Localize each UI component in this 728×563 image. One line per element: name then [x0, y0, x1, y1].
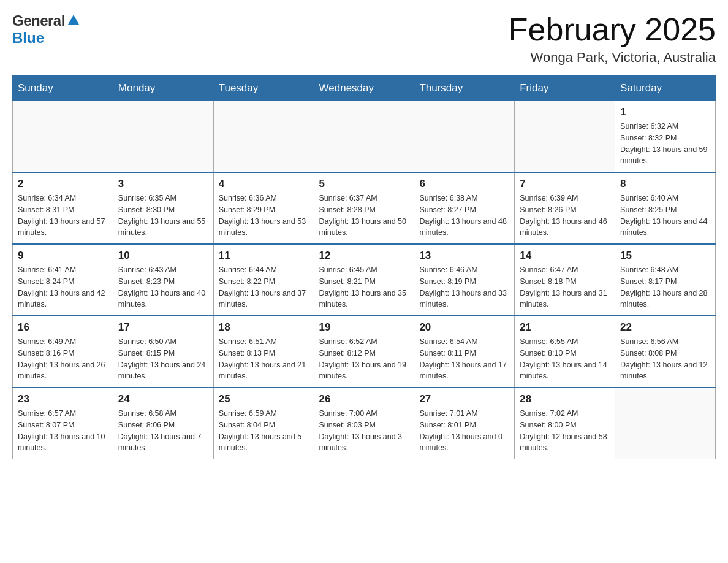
table-row: 28Sunrise: 7:02 AMSunset: 8:00 PMDayligh… — [515, 388, 615, 459]
table-row: 16Sunrise: 6:49 AMSunset: 8:16 PMDayligh… — [13, 316, 113, 388]
calendar-week-row: 9Sunrise: 6:41 AMSunset: 8:24 PMDaylight… — [13, 244, 716, 316]
calendar-week-row: 2Sunrise: 6:34 AMSunset: 8:31 PMDaylight… — [13, 172, 716, 244]
day-info: Sunrise: 6:37 AMSunset: 8:28 PMDaylight:… — [319, 193, 409, 239]
day-info: Sunrise: 6:49 AMSunset: 8:16 PMDaylight:… — [18, 336, 108, 382]
table-row: 1Sunrise: 6:32 AMSunset: 8:32 PMDaylight… — [615, 101, 716, 173]
day-info: Sunrise: 6:56 AMSunset: 8:08 PMDaylight:… — [620, 336, 710, 382]
day-info: Sunrise: 7:02 AMSunset: 8:00 PMDaylight:… — [520, 408, 610, 454]
day-info: Sunrise: 6:54 AMSunset: 8:11 PMDaylight:… — [419, 336, 509, 382]
day-number: 24 — [118, 393, 208, 405]
page-header: General Blue February 2025 Wonga Park, V… — [12, 12, 716, 66]
day-info: Sunrise: 7:00 AMSunset: 8:03 PMDaylight:… — [319, 408, 409, 454]
table-row: 12Sunrise: 6:45 AMSunset: 8:21 PMDayligh… — [314, 244, 414, 316]
col-wednesday: Wednesday — [314, 76, 414, 101]
day-number: 20 — [419, 321, 509, 334]
table-row: 9Sunrise: 6:41 AMSunset: 8:24 PMDaylight… — [13, 244, 113, 316]
calendar-week-row: 23Sunrise: 6:57 AMSunset: 8:07 PMDayligh… — [13, 388, 716, 459]
table-row: 14Sunrise: 6:47 AMSunset: 8:18 PMDayligh… — [515, 244, 615, 316]
svg-marker-0 — [68, 15, 79, 25]
table-row: 7Sunrise: 6:39 AMSunset: 8:26 PMDaylight… — [515, 172, 615, 244]
day-number: 7 — [520, 178, 610, 190]
logo-general-text: General — [12, 12, 65, 29]
day-number: 25 — [219, 393, 309, 405]
day-number: 26 — [319, 393, 409, 405]
day-info: Sunrise: 6:51 AMSunset: 8:13 PMDaylight:… — [219, 336, 309, 382]
table-row: 11Sunrise: 6:44 AMSunset: 8:22 PMDayligh… — [213, 244, 314, 316]
table-row: 3Sunrise: 6:35 AMSunset: 8:30 PMDaylight… — [113, 172, 213, 244]
table-row — [213, 101, 314, 173]
day-info: Sunrise: 6:40 AMSunset: 8:25 PMDaylight:… — [620, 193, 710, 239]
table-row — [515, 101, 615, 173]
day-info: Sunrise: 6:41 AMSunset: 8:24 PMDaylight:… — [18, 264, 108, 310]
day-info: Sunrise: 6:32 AMSunset: 8:32 PMDaylight:… — [620, 121, 710, 167]
month-title: February 2025 — [509, 12, 716, 47]
day-number: 9 — [18, 250, 108, 262]
table-row: 2Sunrise: 6:34 AMSunset: 8:31 PMDaylight… — [13, 172, 113, 244]
calendar-week-row: 16Sunrise: 6:49 AMSunset: 8:16 PMDayligh… — [13, 316, 716, 388]
day-number: 19 — [319, 321, 409, 334]
table-row: 6Sunrise: 6:38 AMSunset: 8:27 PMDaylight… — [414, 172, 515, 244]
logo: General Blue — [12, 12, 80, 47]
table-row: 23Sunrise: 6:57 AMSunset: 8:07 PMDayligh… — [13, 388, 113, 459]
day-number: 3 — [118, 178, 208, 190]
day-number: 22 — [620, 321, 710, 334]
day-number: 1 — [620, 106, 710, 118]
day-number: 13 — [419, 250, 509, 262]
table-row: 13Sunrise: 6:46 AMSunset: 8:19 PMDayligh… — [414, 244, 515, 316]
day-number: 12 — [319, 250, 409, 262]
table-row: 17Sunrise: 6:50 AMSunset: 8:15 PMDayligh… — [113, 316, 213, 388]
day-info: Sunrise: 6:34 AMSunset: 8:31 PMDaylight:… — [18, 193, 108, 239]
table-row — [314, 101, 414, 173]
day-info: Sunrise: 6:45 AMSunset: 8:21 PMDaylight:… — [319, 264, 409, 310]
table-row: 21Sunrise: 6:55 AMSunset: 8:10 PMDayligh… — [515, 316, 615, 388]
table-row: 22Sunrise: 6:56 AMSunset: 8:08 PMDayligh… — [615, 316, 716, 388]
day-number: 18 — [219, 321, 309, 334]
day-info: Sunrise: 6:48 AMSunset: 8:17 PMDaylight:… — [620, 264, 710, 310]
table-row: 24Sunrise: 6:58 AMSunset: 8:06 PMDayligh… — [113, 388, 213, 459]
col-friday: Friday — [515, 76, 615, 101]
day-number: 10 — [118, 250, 208, 262]
col-monday: Monday — [113, 76, 213, 101]
day-info: Sunrise: 6:36 AMSunset: 8:29 PMDaylight:… — [219, 193, 309, 239]
table-row: 25Sunrise: 6:59 AMSunset: 8:04 PMDayligh… — [213, 388, 314, 459]
title-block: February 2025 Wonga Park, Victoria, Aust… — [509, 12, 716, 66]
day-info: Sunrise: 7:01 AMSunset: 8:01 PMDaylight:… — [419, 408, 509, 454]
day-info: Sunrise: 6:35 AMSunset: 8:30 PMDaylight:… — [118, 193, 208, 239]
day-info: Sunrise: 6:47 AMSunset: 8:18 PMDaylight:… — [520, 264, 610, 310]
day-info: Sunrise: 6:59 AMSunset: 8:04 PMDaylight:… — [219, 408, 309, 454]
day-info: Sunrise: 6:52 AMSunset: 8:12 PMDaylight:… — [319, 336, 409, 382]
day-number: 14 — [520, 250, 610, 262]
table-row: 8Sunrise: 6:40 AMSunset: 8:25 PMDaylight… — [615, 172, 716, 244]
table-row: 5Sunrise: 6:37 AMSunset: 8:28 PMDaylight… — [314, 172, 414, 244]
table-row: 4Sunrise: 6:36 AMSunset: 8:29 PMDaylight… — [213, 172, 314, 244]
table-row: 18Sunrise: 6:51 AMSunset: 8:13 PMDayligh… — [213, 316, 314, 388]
day-number: 5 — [319, 178, 409, 190]
logo-flag-icon — [67, 13, 80, 29]
day-info: Sunrise: 6:57 AMSunset: 8:07 PMDaylight:… — [18, 408, 108, 454]
day-info: Sunrise: 6:44 AMSunset: 8:22 PMDaylight:… — [219, 264, 309, 310]
day-info: Sunrise: 6:38 AMSunset: 8:27 PMDaylight:… — [419, 193, 509, 239]
day-number: 17 — [118, 321, 208, 334]
day-number: 6 — [419, 178, 509, 190]
table-row: 20Sunrise: 6:54 AMSunset: 8:11 PMDayligh… — [414, 316, 515, 388]
day-info: Sunrise: 6:50 AMSunset: 8:15 PMDaylight:… — [118, 336, 208, 382]
col-thursday: Thursday — [414, 76, 515, 101]
day-number: 23 — [18, 393, 108, 405]
table-row — [13, 101, 113, 173]
location-subtitle: Wonga Park, Victoria, Australia — [509, 50, 716, 66]
logo-blue-text: Blue — [12, 29, 44, 46]
table-row: 19Sunrise: 6:52 AMSunset: 8:12 PMDayligh… — [314, 316, 414, 388]
table-row: 15Sunrise: 6:48 AMSunset: 8:17 PMDayligh… — [615, 244, 716, 316]
day-number: 21 — [520, 321, 610, 334]
calendar-week-row: 1Sunrise: 6:32 AMSunset: 8:32 PMDaylight… — [13, 101, 716, 173]
day-info: Sunrise: 6:55 AMSunset: 8:10 PMDaylight:… — [520, 336, 610, 382]
table-row: 27Sunrise: 7:01 AMSunset: 8:01 PMDayligh… — [414, 388, 515, 459]
col-saturday: Saturday — [615, 76, 716, 101]
day-number: 28 — [520, 393, 610, 405]
day-number: 4 — [219, 178, 309, 190]
table-row — [113, 101, 213, 173]
table-row — [414, 101, 515, 173]
day-number: 16 — [18, 321, 108, 334]
table-row: 10Sunrise: 6:43 AMSunset: 8:23 PMDayligh… — [113, 244, 213, 316]
day-number: 2 — [18, 178, 108, 190]
